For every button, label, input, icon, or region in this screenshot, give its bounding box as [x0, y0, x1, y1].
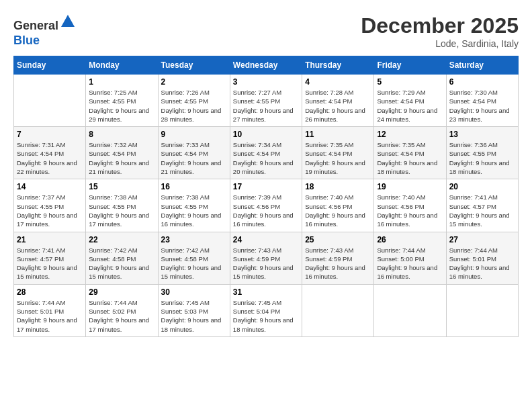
day-header-saturday: Saturday [446, 56, 518, 75]
calendar-cell: 26Sunrise: 7:44 AMSunset: 5:00 PMDayligh… [374, 232, 446, 284]
page-header: General Blue December 2025 Lode, Sardini… [13, 13, 519, 49]
day-info: Sunrise: 7:25 AMSunset: 4:55 PMDaylight:… [89, 88, 154, 124]
day-number: 17 [233, 182, 299, 191]
calendar-week-row: 21Sunrise: 7:41 AMSunset: 4:57 PMDayligh… [14, 232, 519, 284]
day-header-thursday: Thursday [302, 56, 374, 75]
day-number: 21 [17, 235, 83, 244]
calendar-cell: 16Sunrise: 7:38 AMSunset: 4:55 PMDayligh… [158, 179, 230, 232]
day-number: 6 [449, 77, 515, 87]
day-number: 8 [89, 130, 154, 139]
svg-marker-0 [61, 15, 75, 27]
day-info: Sunrise: 7:33 AMSunset: 4:54 PMDaylight:… [161, 140, 227, 176]
day-number: 9 [161, 130, 227, 139]
calendar-cell: 15Sunrise: 7:38 AMSunset: 4:55 PMDayligh… [86, 179, 158, 232]
day-header-friday: Friday [374, 56, 446, 75]
calendar-cell: 7Sunrise: 7:31 AMSunset: 4:54 PMDaylight… [14, 127, 86, 179]
day-number: 23 [161, 235, 227, 244]
day-info: Sunrise: 7:30 AMSunset: 4:54 PMDaylight:… [449, 88, 515, 124]
day-number: 7 [17, 130, 83, 139]
day-number: 11 [305, 130, 371, 139]
calendar-cell: 29Sunrise: 7:44 AMSunset: 5:02 PMDayligh… [86, 284, 158, 336]
day-number: 16 [161, 182, 227, 191]
day-header-monday: Monday [86, 56, 158, 75]
day-info: Sunrise: 7:36 AMSunset: 4:55 PMDaylight:… [449, 140, 515, 176]
calendar-week-row: 7Sunrise: 7:31 AMSunset: 4:54 PMDaylight… [14, 127, 519, 179]
calendar-cell: 14Sunrise: 7:37 AMSunset: 4:55 PMDayligh… [14, 179, 86, 232]
logo-icon [60, 13, 76, 30]
calendar-cell: 3Sunrise: 7:27 AMSunset: 4:55 PMDaylight… [230, 75, 302, 127]
calendar-cell: 31Sunrise: 7:45 AMSunset: 5:04 PMDayligh… [230, 284, 302, 336]
calendar-cell: 19Sunrise: 7:40 AMSunset: 4:56 PMDayligh… [374, 179, 446, 232]
calendar-cell: 8Sunrise: 7:32 AMSunset: 4:54 PMDaylight… [86, 127, 158, 179]
day-number: 29 [89, 287, 154, 297]
calendar-cell: 2Sunrise: 7:26 AMSunset: 4:55 PMDaylight… [158, 75, 230, 127]
calendar-header-row: SundayMondayTuesdayWednesdayThursdayFrid… [14, 56, 519, 75]
day-info: Sunrise: 7:44 AMSunset: 5:01 PMDaylight:… [17, 298, 83, 334]
calendar-cell: 5Sunrise: 7:29 AMSunset: 4:54 PMDaylight… [374, 75, 446, 127]
day-info: Sunrise: 7:43 AMSunset: 4:59 PMDaylight:… [233, 246, 299, 281]
day-info: Sunrise: 7:42 AMSunset: 4:58 PMDaylight:… [89, 246, 154, 281]
day-info: Sunrise: 7:27 AMSunset: 4:55 PMDaylight:… [233, 88, 299, 124]
day-info: Sunrise: 7:40 AMSunset: 4:56 PMDaylight:… [377, 193, 443, 228]
day-info: Sunrise: 7:38 AMSunset: 4:55 PMDaylight:… [89, 193, 154, 228]
calendar-cell: 13Sunrise: 7:36 AMSunset: 4:55 PMDayligh… [446, 127, 518, 179]
day-number: 10 [233, 130, 299, 139]
day-info: Sunrise: 7:26 AMSunset: 4:55 PMDaylight:… [161, 88, 227, 124]
day-number: 4 [305, 77, 371, 87]
calendar-cell: 21Sunrise: 7:41 AMSunset: 4:57 PMDayligh… [14, 232, 86, 284]
month-title: December 2025 [361, 13, 519, 38]
calendar-week-row: 14Sunrise: 7:37 AMSunset: 4:55 PMDayligh… [14, 179, 519, 232]
title-block: December 2025 Lode, Sardinia, Italy [361, 13, 519, 49]
day-info: Sunrise: 7:39 AMSunset: 4:56 PMDaylight:… [233, 193, 299, 228]
day-number: 20 [449, 182, 515, 191]
calendar-cell [302, 284, 374, 336]
logo-general: General [13, 19, 58, 32]
calendar-cell: 22Sunrise: 7:42 AMSunset: 4:58 PMDayligh… [86, 232, 158, 284]
day-info: Sunrise: 7:32 AMSunset: 4:54 PMDaylight:… [89, 140, 154, 176]
day-info: Sunrise: 7:45 AMSunset: 5:03 PMDaylight:… [161, 298, 227, 334]
day-info: Sunrise: 7:38 AMSunset: 4:55 PMDaylight:… [161, 193, 227, 228]
day-number: 3 [233, 77, 299, 87]
day-number: 28 [17, 287, 83, 297]
day-info: Sunrise: 7:45 AMSunset: 5:04 PMDaylight:… [233, 298, 299, 334]
day-header-wednesday: Wednesday [230, 56, 302, 75]
day-number: 5 [377, 77, 443, 87]
calendar-cell: 30Sunrise: 7:45 AMSunset: 5:03 PMDayligh… [158, 284, 230, 336]
calendar-cell: 12Sunrise: 7:35 AMSunset: 4:54 PMDayligh… [374, 127, 446, 179]
calendar-cell: 9Sunrise: 7:33 AMSunset: 4:54 PMDaylight… [158, 127, 230, 179]
calendar-cell [374, 284, 446, 336]
location: Lode, Sardinia, Italy [361, 38, 519, 49]
calendar-body: 1Sunrise: 7:25 AMSunset: 4:55 PMDaylight… [14, 75, 519, 337]
day-number: 14 [17, 182, 83, 191]
day-number: 30 [161, 287, 227, 297]
calendar-cell: 28Sunrise: 7:44 AMSunset: 5:01 PMDayligh… [14, 284, 86, 336]
calendar-table: SundayMondayTuesdayWednesdayThursdayFrid… [13, 56, 519, 337]
day-info: Sunrise: 7:42 AMSunset: 4:58 PMDaylight:… [161, 246, 227, 281]
calendar-cell: 25Sunrise: 7:43 AMSunset: 4:59 PMDayligh… [302, 232, 374, 284]
day-number: 13 [449, 130, 515, 139]
calendar-cell: 11Sunrise: 7:35 AMSunset: 4:54 PMDayligh… [302, 127, 374, 179]
calendar-cell: 27Sunrise: 7:44 AMSunset: 5:01 PMDayligh… [446, 232, 518, 284]
day-info: Sunrise: 7:29 AMSunset: 4:54 PMDaylight:… [377, 88, 443, 124]
day-info: Sunrise: 7:44 AMSunset: 5:02 PMDaylight:… [89, 298, 154, 334]
day-number: 31 [233, 287, 299, 297]
day-number: 15 [89, 182, 154, 191]
day-info: Sunrise: 7:41 AMSunset: 4:57 PMDaylight:… [449, 193, 515, 228]
day-number: 26 [377, 235, 443, 244]
calendar-cell: 20Sunrise: 7:41 AMSunset: 4:57 PMDayligh… [446, 179, 518, 232]
day-number: 27 [449, 235, 515, 244]
day-info: Sunrise: 7:41 AMSunset: 4:57 PMDaylight:… [17, 246, 83, 281]
day-info: Sunrise: 7:34 AMSunset: 4:54 PMDaylight:… [233, 140, 299, 176]
calendar-cell: 18Sunrise: 7:40 AMSunset: 4:56 PMDayligh… [302, 179, 374, 232]
day-info: Sunrise: 7:40 AMSunset: 4:56 PMDaylight:… [305, 193, 371, 228]
calendar-cell [446, 284, 518, 336]
day-info: Sunrise: 7:44 AMSunset: 5:01 PMDaylight:… [449, 246, 515, 281]
day-info: Sunrise: 7:35 AMSunset: 4:54 PMDaylight:… [305, 140, 371, 176]
calendar-cell [14, 75, 86, 127]
calendar-week-row: 1Sunrise: 7:25 AMSunset: 4:55 PMDaylight… [14, 75, 519, 127]
day-info: Sunrise: 7:43 AMSunset: 4:59 PMDaylight:… [305, 246, 371, 281]
day-info: Sunrise: 7:35 AMSunset: 4:54 PMDaylight:… [377, 140, 443, 176]
calendar-cell: 24Sunrise: 7:43 AMSunset: 4:59 PMDayligh… [230, 232, 302, 284]
day-number: 1 [89, 77, 154, 87]
calendar-cell: 6Sunrise: 7:30 AMSunset: 4:54 PMDaylight… [446, 75, 518, 127]
